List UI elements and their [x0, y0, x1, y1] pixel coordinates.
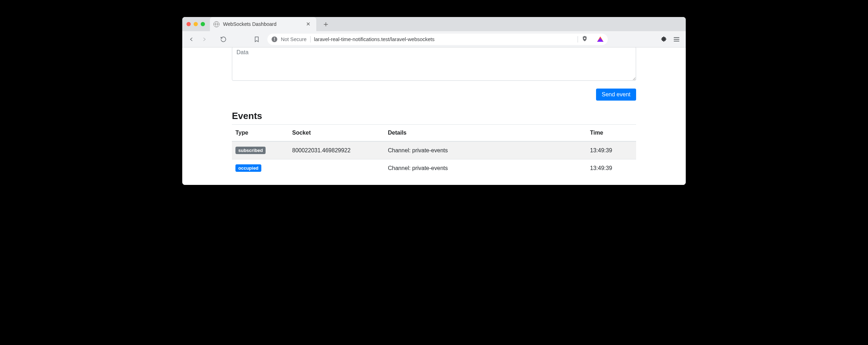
window-controls [186, 22, 208, 26]
cell-type: occupied [232, 159, 289, 177]
back-button[interactable] [187, 34, 196, 44]
forward-button [199, 34, 209, 44]
page-content: Send event Events Type Socket Details Ti… [182, 47, 686, 185]
new-tab-button[interactable]: ＋ [320, 20, 332, 28]
url-text: laravel-real-time-notifications.test/lar… [314, 36, 435, 42]
divider [310, 36, 311, 43]
col-header-type: Type [232, 125, 289, 142]
address-bar[interactable]: ! Not Secure laravel-real-time-notificat… [267, 34, 608, 45]
not-secure-label: Not Secure [281, 36, 307, 42]
browser-toolbar: ! Not Secure laravel-real-time-notificat… [182, 31, 686, 47]
col-header-time: Time [586, 125, 636, 142]
cell-details: Channel: private-events [384, 141, 586, 159]
brave-logo-icon[interactable] [597, 36, 603, 42]
reload-button[interactable] [218, 34, 228, 44]
tab-bar: WebSockets Dashboard ✕ ＋ [182, 17, 686, 31]
events-table: Type Socket Details Time subscribed80002… [232, 124, 636, 177]
close-tab-icon[interactable]: ✕ [305, 21, 312, 27]
tab-title: WebSockets Dashboard [223, 21, 301, 27]
event-data-textarea[interactable] [232, 47, 636, 81]
type-badge: occupied [235, 164, 261, 172]
send-event-button[interactable]: Send event [596, 89, 636, 101]
divider [578, 36, 578, 43]
menu-icon[interactable] [672, 34, 681, 44]
cell-socket [289, 159, 384, 177]
close-window-icon[interactable] [187, 22, 191, 26]
minimize-window-icon[interactable] [194, 22, 198, 26]
col-header-details: Details [384, 125, 586, 142]
type-badge: subscribed [235, 147, 266, 154]
events-heading: Events [232, 111, 636, 121]
maximize-window-icon[interactable] [201, 22, 205, 26]
cell-time: 13:49:39 [586, 159, 636, 177]
brave-shields-icon[interactable] [582, 35, 588, 43]
cell-socket: 800022031.469829922 [289, 141, 384, 159]
table-row: occupiedChannel: private-events13:49:39 [232, 159, 636, 177]
table-row: subscribed800022031.469829922Channel: pr… [232, 141, 636, 159]
browser-window: WebSockets Dashboard ✕ ＋ ! Not Secure la… [182, 17, 686, 185]
browser-tab[interactable]: WebSockets Dashboard ✕ [210, 17, 316, 31]
not-secure-icon: ! [272, 36, 277, 42]
col-header-socket: Socket [289, 125, 384, 142]
globe-icon [213, 21, 219, 27]
extensions-icon[interactable] [659, 34, 669, 44]
bookmark-icon[interactable] [252, 34, 262, 44]
cell-type: subscribed [232, 141, 289, 159]
cell-time: 13:49:39 [586, 141, 636, 159]
cell-details: Channel: private-events [384, 159, 586, 177]
svg-point-0 [584, 38, 586, 39]
